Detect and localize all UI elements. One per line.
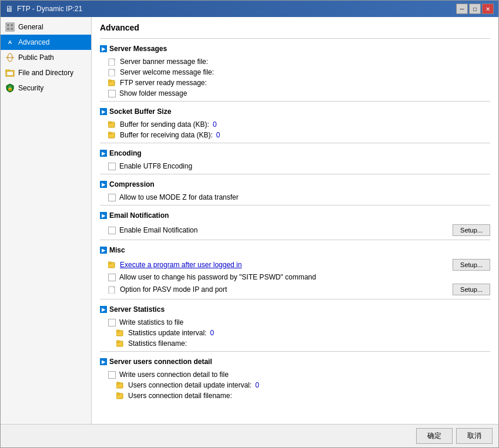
setting-write-stats[interactable]: Write statistics to file bbox=[100, 317, 490, 328]
buffer-send-label: Buffer for sending data (KB): bbox=[120, 120, 209, 129]
title-bar-controls: ─ □ ✕ bbox=[456, 4, 494, 14]
cancel-button[interactable]: 取消 bbox=[456, 428, 493, 444]
window-title: FTP - Dynamic IP:21 bbox=[17, 5, 82, 13]
file-icon-banner bbox=[108, 58, 116, 66]
setting-email-notify[interactable]: Enable Email Notification Setup... bbox=[100, 223, 490, 237]
execute-setup-button[interactable]: Setup... bbox=[453, 259, 490, 271]
file-icon-ready bbox=[108, 79, 116, 87]
file-dir-icon bbox=[5, 68, 15, 78]
mode-z-label: Allow to use MODE Z for data transfer bbox=[119, 193, 239, 201]
bottom-bar: 确定 取消 bbox=[1, 424, 498, 447]
maximize-button[interactable]: □ bbox=[469, 4, 481, 14]
checkbox-show-folder[interactable] bbox=[108, 90, 116, 97]
setting-ready: FTP server ready message: bbox=[100, 78, 490, 88]
stats-interval-label: Statistics update interval: bbox=[128, 329, 206, 337]
section-arrow: ▶ bbox=[100, 45, 107, 52]
section-arrow-encoding: ▶ bbox=[100, 150, 107, 157]
section-socket-buffer: ▶ Socket Buffer Size bbox=[100, 107, 490, 116]
svg-text:🔒: 🔒 bbox=[7, 85, 13, 91]
section-label-email: Email Notification bbox=[109, 211, 169, 220]
checkbox-write-conn[interactable] bbox=[108, 371, 116, 379]
checkbox-utf8[interactable] bbox=[108, 163, 116, 170]
setting-mode-z[interactable]: Allow to use MODE Z for data transfer bbox=[100, 192, 490, 203]
sidebar-item-security[interactable]: 🔒 Security bbox=[1, 80, 91, 96]
section-arrow-conn: ▶ bbox=[100, 358, 107, 365]
file-icon-stats-filename bbox=[116, 339, 125, 348]
section-label-misc: Misc bbox=[109, 246, 125, 254]
svg-rect-2 bbox=[11, 24, 13, 26]
setting-conn-filename: Users connection detail filename: bbox=[100, 390, 490, 401]
setting-change-pw[interactable]: Allow user to change his password by "SI… bbox=[100, 272, 490, 282]
file-icon-conn-filename bbox=[116, 392, 125, 400]
svg-rect-28 bbox=[116, 341, 119, 342]
sidebar-item-general[interactable]: General bbox=[1, 19, 91, 35]
main-window: 🖥 FTP - Dynamic IP:21 ─ □ ✕ bbox=[0, 0, 499, 448]
setting-utf8[interactable]: Enable UTF8 Encoding bbox=[100, 161, 490, 171]
banner-label: Server banner message file: bbox=[120, 58, 208, 66]
section-encoding: ▶ Encoding bbox=[100, 149, 490, 157]
write-stats-label: Write statistics to file bbox=[119, 318, 183, 326]
advanced-label: Advanced bbox=[18, 38, 49, 46]
section-arrow-stats: ▶ bbox=[100, 306, 107, 313]
stats-filename-label: Statistics filename: bbox=[128, 339, 187, 348]
content-area: Advanced ▶ Server Messages Server banner… bbox=[92, 17, 498, 424]
publicpath-icon bbox=[5, 53, 15, 62]
checkbox-mode-z[interactable] bbox=[108, 194, 116, 201]
svg-rect-4 bbox=[11, 28, 13, 30]
svg-rect-26 bbox=[116, 330, 119, 332]
sidebar-item-file[interactable]: File and Directory bbox=[1, 65, 91, 80]
setting-write-conn[interactable]: Write users connection detail to file bbox=[100, 369, 490, 380]
section-server-messages: ▶ Server Messages bbox=[100, 45, 490, 53]
section-stats: ▶ Server Statistics bbox=[100, 305, 490, 314]
file-icon-execute bbox=[108, 261, 116, 269]
svg-rect-1 bbox=[7, 24, 9, 26]
section-label-stats: Server Statistics bbox=[109, 305, 165, 314]
sidebar-item-publicpath[interactable]: Public Path bbox=[1, 50, 91, 65]
ok-button[interactable]: 确定 bbox=[416, 428, 453, 444]
section-label-compression: Compression bbox=[109, 180, 155, 188]
svg-rect-32 bbox=[116, 393, 119, 395]
svg-rect-21 bbox=[108, 132, 111, 134]
section-arrow-socket: ▶ bbox=[100, 108, 107, 115]
email-setup-button[interactable]: Setup... bbox=[453, 224, 490, 236]
checkbox-write-stats[interactable] bbox=[108, 319, 116, 326]
utf8-label: Enable UTF8 Encoding bbox=[119, 162, 192, 170]
advanced-icon: A bbox=[5, 38, 15, 47]
svg-rect-3 bbox=[7, 28, 9, 30]
svg-rect-19 bbox=[108, 122, 111, 123]
section-label-encoding: Encoding bbox=[109, 149, 142, 157]
title-bar-left: 🖥 FTP - Dynamic IP:21 bbox=[5, 4, 82, 14]
change-pw-label: Allow user to change his password by "SI… bbox=[119, 273, 316, 281]
setting-stats-filename: Statistics filename: bbox=[100, 338, 490, 349]
publicpath-label: Public Path bbox=[18, 53, 54, 62]
email-notify-label: Enable Email Notification bbox=[119, 226, 197, 234]
setting-stats-interval: Statistics update interval: 0 bbox=[100, 328, 490, 338]
minimize-button[interactable]: ─ bbox=[456, 4, 468, 14]
file-icon-buffer-send bbox=[108, 120, 116, 129]
buffer-send-value: 0 bbox=[213, 120, 217, 129]
file-label: File and Directory bbox=[18, 69, 73, 77]
execute-label[interactable]: Execute a program after user logged in bbox=[120, 261, 242, 269]
svg-rect-30 bbox=[116, 382, 119, 384]
section-misc: ▶ Misc bbox=[100, 246, 490, 254]
main-area: General A Advanced bbox=[1, 17, 498, 424]
section-arrow-email: ▶ bbox=[100, 212, 107, 219]
file-icon-buffer-recv bbox=[108, 131, 116, 139]
general-label: General bbox=[18, 23, 43, 31]
setting-buffer-recv: Buffer for receiving data (KB): 0 bbox=[100, 130, 490, 140]
app-icon: 🖥 bbox=[5, 4, 14, 14]
title-bar: 🖥 FTP - Dynamic IP:21 ─ □ ✕ bbox=[1, 1, 498, 17]
file-icon-stats-interval bbox=[116, 329, 125, 337]
setting-execute: Execute a program after user logged in S… bbox=[100, 258, 490, 272]
write-conn-label: Write users connection detail to file bbox=[119, 370, 229, 379]
buffer-recv-label: Buffer for receiving data (KB): bbox=[120, 131, 213, 139]
checkbox-change-pw[interactable] bbox=[108, 274, 116, 281]
pasv-setup-button[interactable]: Setup... bbox=[453, 284, 490, 295]
setting-show-folder[interactable]: Show folder message bbox=[100, 88, 490, 99]
checkbox-email-notify[interactable] bbox=[108, 227, 116, 234]
setting-buffer-send: Buffer for sending data (KB): 0 bbox=[100, 119, 490, 130]
stats-interval-value: 0 bbox=[210, 329, 214, 337]
sidebar-item-advanced[interactable]: A Advanced bbox=[1, 35, 91, 50]
close-button[interactable]: ✕ bbox=[482, 4, 494, 14]
file-icon-welcome bbox=[108, 68, 116, 76]
